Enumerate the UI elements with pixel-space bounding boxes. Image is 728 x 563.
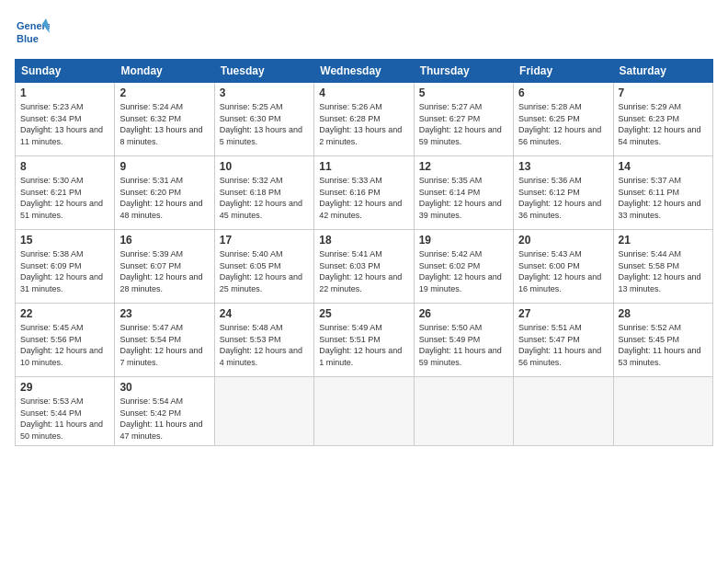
day-info: Sunrise: 5:28 AMSunset: 6:25 PMDaylight:… (518, 101, 608, 147)
day-number: 5 (419, 86, 508, 99)
day-number: 15 (20, 234, 109, 247)
day-number: 9 (119, 160, 209, 173)
calendar-cell: 9Sunrise: 5:31 AMSunset: 6:20 PMDaylight… (115, 156, 214, 230)
day-info: Sunrise: 5:24 AMSunset: 6:32 PMDaylight:… (119, 101, 209, 147)
day-number: 2 (119, 86, 209, 99)
calendar-week-row: 15Sunrise: 5:38 AMSunset: 6:09 PMDayligh… (16, 230, 713, 304)
day-number: 1 (20, 86, 109, 99)
calendar-week-row: 8Sunrise: 5:30 AMSunset: 6:21 PMDaylight… (16, 156, 713, 230)
day-number: 18 (319, 234, 408, 247)
day-number: 29 (20, 381, 109, 394)
day-info: Sunrise: 5:49 AMSunset: 5:51 PMDaylight:… (319, 322, 408, 368)
calendar-cell: 30Sunrise: 5:54 AMSunset: 5:42 PMDayligh… (115, 377, 214, 446)
calendar-week-row: 1Sunrise: 5:23 AMSunset: 6:34 PMDaylight… (16, 83, 713, 156)
day-info: Sunrise: 5:52 AMSunset: 5:45 PMDaylight:… (619, 322, 708, 368)
day-info: Sunrise: 5:40 AMSunset: 6:05 PMDaylight:… (220, 248, 309, 294)
day-info: Sunrise: 5:31 AMSunset: 6:20 PMDaylight:… (119, 175, 209, 221)
day-info: Sunrise: 5:29 AMSunset: 6:23 PMDaylight:… (619, 101, 708, 147)
calendar-cell: 4Sunrise: 5:26 AMSunset: 6:28 PMDaylight… (314, 83, 414, 156)
day-number: 17 (220, 234, 309, 247)
day-number: 7 (619, 86, 708, 99)
day-number: 25 (319, 307, 408, 320)
day-info: Sunrise: 5:45 AMSunset: 5:56 PMDaylight:… (20, 322, 109, 368)
day-number: 22 (20, 307, 109, 320)
calendar-cell: 18Sunrise: 5:41 AMSunset: 6:03 PMDayligh… (314, 230, 414, 304)
day-number: 28 (619, 307, 708, 320)
calendar-cell (414, 377, 513, 446)
day-number: 26 (419, 307, 508, 320)
header: General Blue (15, 15, 713, 50)
day-number: 3 (220, 86, 309, 99)
page: General Blue SundayMondayTuesdayWednesda… (0, 0, 728, 563)
calendar-cell (314, 377, 414, 446)
day-info: Sunrise: 5:35 AMSunset: 6:14 PMDaylight:… (419, 175, 508, 221)
day-number: 21 (619, 234, 708, 247)
day-number: 14 (619, 160, 708, 173)
day-number: 23 (119, 307, 209, 320)
calendar-cell: 29Sunrise: 5:53 AMSunset: 5:44 PMDayligh… (16, 377, 115, 446)
calendar-week-row: 29Sunrise: 5:53 AMSunset: 5:44 PMDayligh… (16, 377, 713, 446)
calendar-cell: 15Sunrise: 5:38 AMSunset: 6:09 PMDayligh… (16, 230, 115, 304)
day-info: Sunrise: 5:44 AMSunset: 5:58 PMDaylight:… (619, 248, 708, 294)
day-info: Sunrise: 5:25 AMSunset: 6:30 PMDaylight:… (220, 101, 309, 147)
day-info: Sunrise: 5:30 AMSunset: 6:21 PMDaylight:… (20, 175, 109, 221)
calendar-cell: 19Sunrise: 5:42 AMSunset: 6:02 PMDayligh… (414, 230, 513, 304)
day-info: Sunrise: 5:33 AMSunset: 6:16 PMDaylight:… (319, 175, 408, 221)
logo: General Blue (15, 15, 50, 50)
calendar-cell: 6Sunrise: 5:28 AMSunset: 6:25 PMDaylight… (514, 83, 613, 156)
logo-svg: General Blue (15, 15, 50, 50)
calendar-cell: 17Sunrise: 5:40 AMSunset: 6:05 PMDayligh… (214, 230, 313, 304)
calendar-header-tuesday: Tuesday (214, 60, 313, 83)
day-number: 30 (119, 381, 209, 394)
calendar-header-wednesday: Wednesday (314, 60, 414, 83)
calendar-table: SundayMondayTuesdayWednesdayThursdayFrid… (15, 59, 713, 446)
calendar-cell: 20Sunrise: 5:43 AMSunset: 6:00 PMDayligh… (514, 230, 613, 304)
day-number: 13 (518, 160, 608, 173)
calendar-cell: 1Sunrise: 5:23 AMSunset: 6:34 PMDaylight… (16, 83, 115, 156)
day-number: 27 (518, 307, 608, 320)
calendar-cell: 25Sunrise: 5:49 AMSunset: 5:51 PMDayligh… (314, 304, 414, 377)
day-number: 24 (220, 307, 309, 320)
day-info: Sunrise: 5:27 AMSunset: 6:27 PMDaylight:… (419, 101, 508, 147)
calendar-cell: 11Sunrise: 5:33 AMSunset: 6:16 PMDayligh… (314, 156, 414, 230)
svg-text:Blue: Blue (17, 33, 39, 44)
day-info: Sunrise: 5:37 AMSunset: 6:11 PMDaylight:… (619, 175, 708, 221)
day-info: Sunrise: 5:51 AMSunset: 5:47 PMDaylight:… (518, 322, 608, 368)
calendar-cell: 8Sunrise: 5:30 AMSunset: 6:21 PMDaylight… (16, 156, 115, 230)
calendar-cell: 27Sunrise: 5:51 AMSunset: 5:47 PMDayligh… (514, 304, 613, 377)
day-info: Sunrise: 5:42 AMSunset: 6:02 PMDaylight:… (419, 248, 508, 294)
day-info: Sunrise: 5:53 AMSunset: 5:44 PMDaylight:… (20, 396, 109, 442)
day-info: Sunrise: 5:47 AMSunset: 5:54 PMDaylight:… (119, 322, 209, 368)
day-info: Sunrise: 5:54 AMSunset: 5:42 PMDaylight:… (119, 396, 209, 442)
day-number: 6 (518, 86, 608, 99)
day-number: 10 (220, 160, 309, 173)
calendar-cell: 7Sunrise: 5:29 AMSunset: 6:23 PMDaylight… (613, 83, 712, 156)
calendar-cell: 24Sunrise: 5:48 AMSunset: 5:53 PMDayligh… (214, 304, 313, 377)
calendar-cell: 21Sunrise: 5:44 AMSunset: 5:58 PMDayligh… (613, 230, 712, 304)
calendar-cell (514, 377, 613, 446)
calendar-cell (214, 377, 313, 446)
day-number: 4 (319, 86, 408, 99)
day-info: Sunrise: 5:38 AMSunset: 6:09 PMDaylight:… (20, 248, 109, 294)
calendar-cell: 26Sunrise: 5:50 AMSunset: 5:49 PMDayligh… (414, 304, 513, 377)
day-info: Sunrise: 5:50 AMSunset: 5:49 PMDaylight:… (419, 322, 508, 368)
calendar-cell (613, 377, 712, 446)
calendar-cell: 13Sunrise: 5:36 AMSunset: 6:12 PMDayligh… (514, 156, 613, 230)
calendar-cell: 14Sunrise: 5:37 AMSunset: 6:11 PMDayligh… (613, 156, 712, 230)
calendar-header-saturday: Saturday (613, 60, 712, 83)
day-info: Sunrise: 5:41 AMSunset: 6:03 PMDaylight:… (319, 248, 408, 294)
calendar-cell: 5Sunrise: 5:27 AMSunset: 6:27 PMDaylight… (414, 83, 513, 156)
day-info: Sunrise: 5:48 AMSunset: 5:53 PMDaylight:… (220, 322, 309, 368)
day-info: Sunrise: 5:43 AMSunset: 6:00 PMDaylight:… (518, 248, 608, 294)
calendar-header-thursday: Thursday (414, 60, 513, 83)
day-info: Sunrise: 5:23 AMSunset: 6:34 PMDaylight:… (20, 101, 109, 147)
day-number: 20 (518, 234, 608, 247)
day-number: 11 (319, 160, 408, 173)
calendar-cell: 22Sunrise: 5:45 AMSunset: 5:56 PMDayligh… (16, 304, 115, 377)
day-info: Sunrise: 5:32 AMSunset: 6:18 PMDaylight:… (220, 175, 309, 221)
day-number: 19 (419, 234, 508, 247)
calendar-header-monday: Monday (115, 60, 214, 83)
calendar-cell: 2Sunrise: 5:24 AMSunset: 6:32 PMDaylight… (115, 83, 214, 156)
calendar-week-row: 22Sunrise: 5:45 AMSunset: 5:56 PMDayligh… (16, 304, 713, 377)
calendar-cell: 23Sunrise: 5:47 AMSunset: 5:54 PMDayligh… (115, 304, 214, 377)
